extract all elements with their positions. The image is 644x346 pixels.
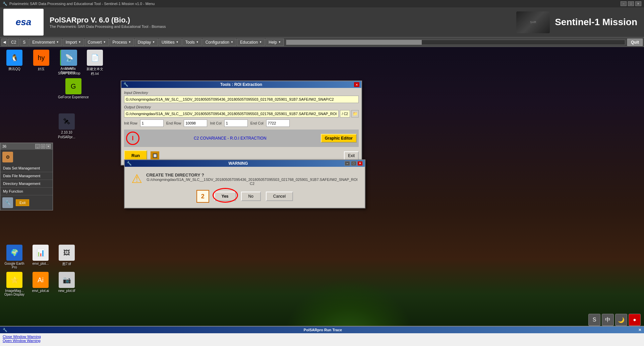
tray-icon-s[interactable]: S <box>588 314 600 326</box>
sidebar-minimize-btn[interactable]: _ <box>35 144 40 149</box>
envi-plot1-image: 📊 <box>33 245 49 261</box>
warning-close-btn[interactable]: ✕ <box>357 161 363 166</box>
warning-triangle-icon: ⚠ <box>131 172 142 186</box>
tray-icon-red[interactable]: ● <box>629 314 641 326</box>
warning-maximize-btn[interactable]: □ <box>351 161 356 166</box>
sidebar-panel: 36 _ □ ✕ ⚙ Data Set Management Data File… <box>0 143 53 210</box>
titlebar-title: 🔧 Polarimetric SAR Data Processing and E… <box>3 2 155 6</box>
geforce-image: G <box>65 78 81 94</box>
sidebar-exit-button[interactable]: Exit <box>16 199 29 206</box>
fig7-image: 🖼 <box>59 245 75 261</box>
run-trace-title: PolSARpro Run Trace <box>304 328 342 332</box>
icon-qq[interactable]: 🐧 腾讯QQ <box>3 50 26 76</box>
browse-button[interactable]: 📁 <box>351 110 359 117</box>
roi-exit-button[interactable]: Exit <box>344 151 359 160</box>
progress-bar-fill <box>286 40 422 45</box>
input-dir-label: Input Directory <box>124 91 359 95</box>
close-window-warning-link[interactable]: Close Window Warning <box>3 335 641 339</box>
end-row-input[interactable] <box>184 119 207 127</box>
sidebar-header: 36 _ □ ✕ <box>0 143 53 150</box>
warning-content-row: ⚠ CREATE THE DIRECTORY ? G:/chongmingdao… <box>131 172 358 186</box>
open-window-warning-link[interactable]: Open Window Warning <box>3 339 641 343</box>
app-title: PolSARpro V. 6.0 (Bio.) <box>50 16 166 24</box>
polsar-label: PolSARpr... <box>58 135 75 139</box>
sidebar-item-dataset[interactable]: Data Set Management <box>0 164 53 172</box>
sentinel-logo-area: SAR Sentinel-1 Mission <box>516 11 637 33</box>
icon-google-earth[interactable]: 🌍 Google Earth Pro <box>3 245 26 269</box>
newplot-label: new_plot.tif <box>58 289 75 293</box>
sidebar-controls: _ □ ✕ <box>35 144 51 149</box>
sidebar-maximize-btn[interactable]: □ <box>41 144 45 149</box>
maximize-button[interactable]: □ <box>628 1 634 6</box>
close-button[interactable]: ✕ <box>635 1 641 6</box>
run-trace-titlebar: 🔧 PolSARpro Run Trace ✕ <box>0 327 644 333</box>
icon-newplot[interactable]: 📷 new_plot.tif <box>55 272 78 296</box>
menu-education[interactable]: Education▼ <box>237 39 265 46</box>
titlebar: 🔧 Polarimetric SAR Data Processing and E… <box>0 0 644 7</box>
system-tray: S 中 🌙 ● <box>588 314 641 326</box>
quit-button[interactable]: Quit <box>627 39 643 46</box>
sidebar-exit-area: 🔧 Exit <box>0 195 53 210</box>
menu-s[interactable]: S <box>20 39 28 46</box>
top-desktop-icons: 🐧 腾讯QQ hy 好压 🐍 Anaconda Navigator 📄 新建文本… <box>0 47 109 79</box>
geforce-icon-area[interactable]: G GeForce Experience <box>55 76 92 102</box>
app-title-area: PolSARpro V. 6.0 (Bio.) The Polarimetric… <box>50 16 166 29</box>
warning-minimize-btn[interactable]: – <box>345 161 350 166</box>
roi-close-button[interactable]: ✕ <box>354 82 359 87</box>
menu-c2[interactable]: C2 <box>8 39 19 46</box>
end-col-input[interactable] <box>266 119 290 127</box>
icon-imagemag[interactable]: ⭐ ImageMag... Open Display <box>3 272 26 296</box>
bottom-icon-row-1: 🌍 Google Earth Pro 📊 envi_plot... 🖼 图7.t… <box>3 245 78 269</box>
imagemag-image: ⭐ <box>6 272 22 288</box>
icon-haoya[interactable]: hy 好压 <box>30 50 53 76</box>
newtxt-image: 📄 <box>87 50 103 66</box>
menu-convert[interactable]: Convert▼ <box>85 39 109 46</box>
sidebar-item-myfunction[interactable]: My Function <box>0 188 53 195</box>
tray-icon-chinese[interactable]: 中 <box>602 314 614 326</box>
run-trace-close-btn[interactable]: ✕ <box>638 328 641 332</box>
snap-image: 📡 <box>61 50 77 66</box>
menu-utilities[interactable]: Utilities▼ <box>159 39 182 46</box>
sidebar-item-directory[interactable]: Directory Management <box>0 180 53 188</box>
menu-help[interactable]: Help▼ <box>266 39 284 46</box>
warning-text-area: CREATE THE DIRECTORY ? G:/chongmingdao/S… <box>146 172 358 186</box>
graphic-editor-button[interactable]: Graphic Editor <box>321 134 357 143</box>
icon-fig7[interactable]: 🖼 图7.tif <box>55 245 78 269</box>
menu-import[interactable]: Import▼ <box>63 39 84 46</box>
yes-button[interactable]: Yes <box>214 192 236 201</box>
run-trace-icon: 🔧 <box>3 328 7 332</box>
run-icon: 🔲 <box>151 151 159 160</box>
step-1-indicator: I <box>126 132 139 145</box>
menu-display[interactable]: Display▼ <box>135 39 158 46</box>
fig7-label: 图7.tif <box>62 262 71 266</box>
warning-titlebar: 🔧 WARNING – □ ✕ <box>125 160 365 167</box>
snap-desktop-icon-area[interactable]: 📡 SNAP SNAP Desktop <box>55 47 83 78</box>
qq-label: 腾讯QQ <box>8 67 20 71</box>
titlebar-text: Polarimetric SAR Data Processing and Edu… <box>9 2 155 6</box>
init-col-input[interactable] <box>224 119 248 127</box>
menu-environment[interactable]: Environment▼ <box>29 39 62 46</box>
no-button[interactable]: No <box>241 192 261 201</box>
input-dir-field[interactable] <box>124 96 359 103</box>
icon-newtxt[interactable]: 📄 新建文本文 档.txt <box>83 50 107 76</box>
polsar-image: 🛰 <box>59 113 75 130</box>
app-subtitle: The Polarimetric SAR Data Processing and… <box>50 24 166 29</box>
cancel-button[interactable]: Cancel <box>266 192 293 201</box>
tray-icon-moon[interactable]: 🌙 <box>615 314 627 326</box>
snap-sublabel: SNAP <box>65 67 74 70</box>
sidebar-item-datafile[interactable]: Data File Management <box>0 172 53 180</box>
init-row-input[interactable] <box>140 119 164 127</box>
envi-ai-image: Ai <box>33 272 49 288</box>
output-dir-field[interactable] <box>124 110 339 117</box>
menu-arrow-left[interactable]: ◀ <box>1 39 7 46</box>
polsar-icon-area[interactable]: 🛰 2.10.10 PolSARpr... <box>55 111 78 142</box>
warning-buttons-area: 2 Yes No Cancel <box>196 190 293 203</box>
haoya-image: hy <box>33 50 49 66</box>
menu-process[interactable]: Process▼ <box>110 39 134 46</box>
icon-envi-ai[interactable]: Ai envi_plot.ai <box>29 272 52 296</box>
menu-tools[interactable]: Tools▼ <box>182 39 202 46</box>
sidebar-close-btn[interactable]: ✕ <box>46 144 51 149</box>
icon-envi-plot1[interactable]: 📊 envi_plot... <box>29 245 52 269</box>
menu-configuration[interactable]: Configuration▼ <box>202 39 236 46</box>
minimize-button[interactable]: – <box>621 1 627 6</box>
